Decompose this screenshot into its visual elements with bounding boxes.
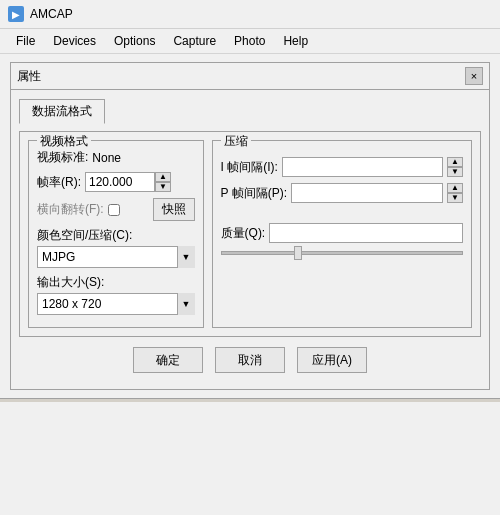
- app-icon: ▶: [8, 6, 24, 22]
- outputsize-select[interactable]: 1280 x 720: [37, 293, 195, 315]
- menu-photo[interactable]: Photo: [226, 32, 273, 50]
- pframe-row: P 帧间隔(P): ▲ ▼: [221, 183, 463, 203]
- iframe-row: I 帧间隔(I): ▲ ▼: [221, 157, 463, 177]
- tab-datastream-format[interactable]: 数据流格式: [19, 99, 105, 124]
- video-format-group-label: 视频格式: [37, 133, 91, 150]
- outputsize-select-wrapper: 1280 x 720 ▼: [37, 293, 195, 315]
- iframe-label: I 帧间隔(I):: [221, 159, 278, 176]
- video-format-group: 视频格式 视频标准: None 帧率(R): ▲ ▼: [28, 140, 204, 328]
- outputsize-label: 输出大小(S):: [37, 274, 195, 291]
- framerate-down-button[interactable]: ▼: [155, 182, 171, 192]
- standard-value: None: [92, 151, 121, 165]
- menu-capture[interactable]: Capture: [165, 32, 224, 50]
- shortcut-button[interactable]: 快照: [153, 198, 195, 221]
- tab-bar: 数据流格式: [19, 98, 481, 123]
- apply-button[interactable]: 应用(A): [297, 347, 367, 373]
- pframe-label: P 帧间隔(P):: [221, 185, 287, 202]
- compress-group-label: 压缩: [221, 133, 251, 150]
- pframe-input[interactable]: [291, 183, 443, 203]
- colorspace-label: 颜色空间/压缩(C):: [37, 227, 195, 244]
- framerate-up-button[interactable]: ▲: [155, 172, 171, 182]
- dialog-close-button[interactable]: ×: [465, 67, 483, 85]
- flip-row: 横向翻转(F): 快照: [37, 198, 195, 221]
- colorspace-select-wrapper: MJPG ▼: [37, 246, 195, 268]
- bottom-border: [0, 398, 500, 402]
- cancel-button[interactable]: 取消: [215, 347, 285, 373]
- dialog-title-bar: 属性 ×: [10, 62, 490, 89]
- flip-checkbox[interactable]: [108, 204, 120, 216]
- iframe-up-button[interactable]: ▲: [447, 157, 463, 167]
- dialog-footer: 确定 取消 应用(A): [19, 337, 481, 381]
- standard-row: 视频标准: None: [37, 149, 195, 166]
- app-title: AMCAP: [30, 7, 73, 21]
- iframe-input[interactable]: [282, 157, 443, 177]
- compress-group: 压缩 I 帧间隔(I): ▲ ▼ P 帧间隔(P): ▲ ▼: [212, 140, 472, 328]
- colorspace-select[interactable]: MJPG: [37, 246, 195, 268]
- dialog-body: 数据流格式 视频格式 视频标准: None 帧率(R): ▲: [10, 89, 490, 390]
- properties-dialog: 属性 × 数据流格式 视频格式 视频标准: None 帧率(R):: [10, 62, 490, 390]
- pframe-down-button[interactable]: ▼: [447, 193, 463, 203]
- quality-input[interactable]: [269, 223, 463, 243]
- standard-label: 视频标准:: [37, 149, 88, 166]
- menu-bar: File Devices Options Capture Photo Help: [0, 29, 500, 54]
- framerate-spinner: ▲ ▼: [85, 172, 171, 192]
- confirm-button[interactable]: 确定: [133, 347, 203, 373]
- menu-devices[interactable]: Devices: [45, 32, 104, 50]
- framerate-label: 帧率(R):: [37, 174, 81, 191]
- quality-row: 质量(Q):: [221, 223, 463, 243]
- pframe-spinner-buttons: ▲ ▼: [447, 183, 463, 203]
- framerate-input[interactable]: [85, 172, 155, 192]
- flip-label: 横向翻转(F):: [37, 201, 104, 218]
- quality-slider-thumb[interactable]: [294, 246, 302, 260]
- pframe-up-button[interactable]: ▲: [447, 183, 463, 193]
- framerate-row: 帧率(R): ▲ ▼: [37, 172, 195, 192]
- menu-help[interactable]: Help: [275, 32, 316, 50]
- quality-slider-track[interactable]: [221, 251, 463, 255]
- title-bar: ▶ AMCAP: [0, 0, 500, 29]
- quality-label: 质量(Q):: [221, 225, 266, 242]
- framerate-spinner-buttons: ▲ ▼: [155, 172, 171, 192]
- menu-options[interactable]: Options: [106, 32, 163, 50]
- iframe-down-button[interactable]: ▼: [447, 167, 463, 177]
- quality-slider-area: [221, 251, 463, 255]
- dialog-title: 属性: [17, 68, 41, 85]
- content-area: 视频格式 视频标准: None 帧率(R): ▲ ▼: [19, 131, 481, 337]
- menu-file[interactable]: File: [8, 32, 43, 50]
- iframe-spinner-buttons: ▲ ▼: [447, 157, 463, 177]
